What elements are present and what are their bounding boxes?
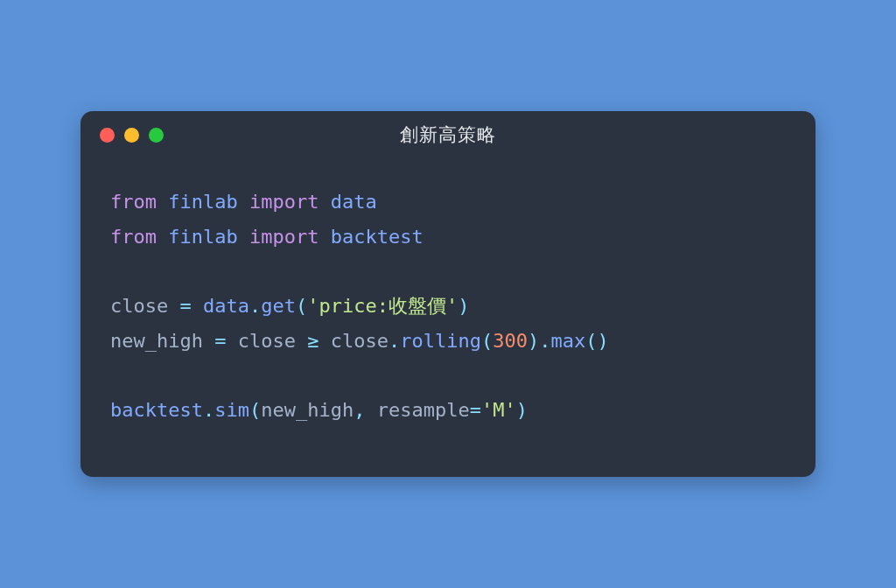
variable: close [238, 330, 296, 352]
dot: . [249, 295, 261, 317]
variable: new_high [261, 399, 354, 421]
function: get [261, 295, 296, 317]
paren: ( [249, 399, 261, 421]
number: 300 [493, 330, 528, 352]
maximize-icon[interactable] [149, 128, 164, 143]
keyword: import [249, 226, 318, 248]
dot: . [539, 330, 550, 352]
operator: ≥ [307, 330, 318, 352]
identifier: backtest [110, 399, 203, 421]
close-icon[interactable] [100, 128, 115, 143]
paren: ) [516, 399, 528, 421]
operator: = [179, 295, 191, 317]
minimize-icon[interactable] [124, 128, 139, 143]
argument: resample [377, 399, 470, 421]
variable: new_high [110, 330, 203, 352]
code-window: 創新高策略 from finlab import data from finla… [80, 111, 816, 476]
paren: ( [296, 295, 307, 317]
identifier: data [331, 191, 377, 213]
function: rolling [400, 330, 481, 352]
string: 'price:收盤價' [307, 295, 458, 317]
paren: ) [458, 295, 469, 317]
window-title: 創新高策略 [400, 122, 496, 147]
code-area: from finlab import data from finlab impo… [80, 158, 816, 476]
function: sim [214, 399, 249, 421]
string: 'M' [481, 399, 516, 421]
traffic-lights [100, 128, 164, 143]
dot: . [388, 330, 400, 352]
keyword: from [110, 191, 157, 213]
dot: . [203, 399, 214, 421]
variable: close [110, 295, 168, 317]
comma: , [354, 399, 365, 421]
identifier: finlab [168, 226, 237, 248]
identifier: backtest [331, 226, 424, 248]
paren: ) [528, 330, 539, 352]
keyword: import [249, 191, 318, 213]
operator: = [214, 330, 226, 352]
keyword: from [110, 226, 157, 248]
paren: ) [597, 330, 608, 352]
identifier: data [203, 295, 249, 317]
identifier: finlab [168, 191, 237, 213]
paren: ( [585, 330, 597, 352]
paren: ( [481, 330, 493, 352]
operator: = [470, 399, 481, 421]
function: max [550, 330, 585, 352]
titlebar: 創新高策略 [80, 111, 816, 158]
variable: close [331, 330, 388, 352]
